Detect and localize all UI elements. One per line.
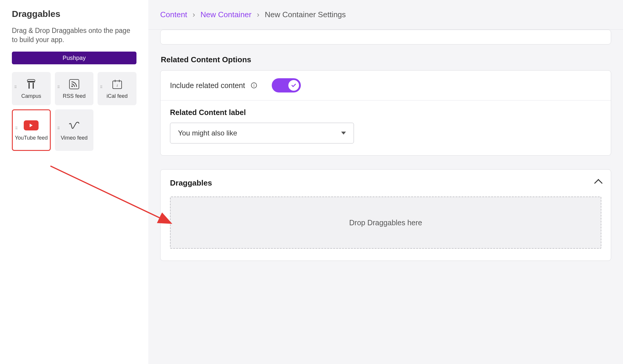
section-title-related: Related Content Options [161,55,611,64]
tile-label: iCal feed [107,93,128,99]
breadcrumb-current: New Container Settings [265,10,346,19]
include-related-toggle[interactable] [272,78,301,92]
pushpay-button[interactable]: Pushpay [12,52,136,64]
youtube-icon [24,119,39,131]
select-value: You might also like [178,129,237,137]
tile-label: RSS feed [63,93,85,99]
chevron-up-icon[interactable] [594,179,603,187]
campus-icon [25,78,37,90]
sidebar-panel: Draggables Drag & Drop Draggables onto t… [0,0,148,364]
rss-icon [69,78,80,90]
related-label-select[interactable]: You might also like [170,123,354,143]
previous-card-stub [160,30,611,44]
draggables-section-title: Draggables [170,178,212,188]
vimeo-icon [68,119,80,131]
toggle-label: Include related content [170,81,245,90]
related-content-card: Include related content i Related Conten… [160,70,611,156]
tile-label: YouTube feed [15,134,48,141]
tile-label: Vimeo feed [61,134,88,141]
related-label-title: Related Content label [170,108,601,117]
sidebar-title: Draggables [12,9,136,19]
breadcrumb-link-content[interactable]: Content [160,10,187,19]
draggable-tile-vimeo[interactable]: ⠿ Vimeo feed [55,109,94,151]
draggable-tile-campus[interactable]: ⠿ Campus [12,72,51,105]
chevron-right-icon: › [193,10,195,19]
sidebar-description: Drag & Drop Draggables onto the page to … [12,26,136,44]
drag-handle-icon: ⠿ [15,128,17,129]
drag-handle-icon: ⠿ [14,87,16,88]
draggable-tile-ical[interactable]: ⠿ i iCal feed [98,72,136,105]
svg-rect-3 [69,79,79,89]
svg-rect-0 [27,81,35,82]
dropzone-text: Drop Draggables here [349,218,422,227]
svg-rect-1 [28,83,30,89]
caret-down-icon [341,132,346,135]
draggable-tile-rss[interactable]: ⠿ RSS feed [55,72,94,105]
tile-label: Campus [21,93,41,99]
check-icon [288,80,299,91]
draggables-section-card: Draggables Drop Draggables here [160,169,611,261]
breadcrumb: Content › New Container › New Container … [148,0,623,30]
info-icon[interactable]: i [251,82,257,88]
draggables-dropzone[interactable]: Drop Draggables here [170,197,601,249]
calendar-icon: i [112,78,123,90]
svg-point-4 [71,85,73,87]
main-panel: Content › New Container › New Container … [148,0,623,364]
svg-rect-2 [33,83,34,89]
svg-text:i: i [117,84,117,88]
drag-handle-icon: ⠿ [57,128,59,129]
drag-handle-icon: ⠿ [100,87,102,88]
draggable-tile-youtube[interactable]: ⠿ YouTube feed [12,109,51,151]
breadcrumb-link-container[interactable]: New Container [201,10,252,19]
drag-handle-icon: ⠿ [57,87,59,88]
chevron-right-icon: › [257,10,260,19]
